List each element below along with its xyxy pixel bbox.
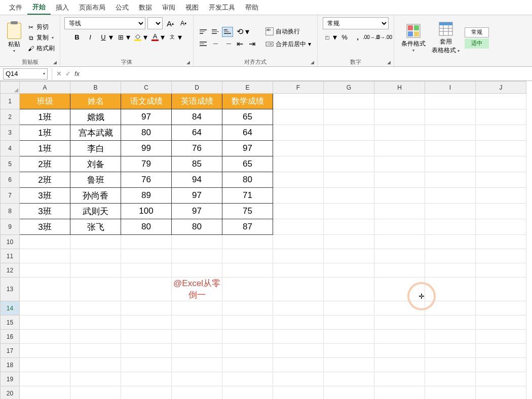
cell-H9[interactable] (374, 219, 425, 235)
cell-A17[interactable] (20, 344, 70, 358)
cell-D15[interactable] (172, 315, 222, 330)
italic-button[interactable]: I (85, 31, 96, 43)
cell-D13[interactable]: @Excel从零倒一 (172, 277, 222, 301)
cell-E19[interactable] (222, 372, 273, 386)
font-dialog-launcher[interactable]: ◢ (186, 60, 192, 65)
cell-A16[interactable] (20, 330, 70, 344)
row-header-3[interactable]: 3 (1, 125, 20, 141)
cell-G19[interactable] (324, 372, 374, 386)
cell-I3[interactable] (425, 125, 476, 141)
cell-F20[interactable] (273, 386, 324, 400)
cell-A11[interactable] (20, 249, 70, 263)
cell-G6[interactable] (324, 172, 374, 188)
cell-H11[interactable] (374, 249, 425, 263)
cell-D17[interactable] (172, 344, 222, 358)
cell-F6[interactable] (273, 172, 324, 188)
cell-E5[interactable]: 65 (222, 156, 273, 172)
cell-G18[interactable] (324, 358, 374, 372)
cell-A14[interactable] (20, 301, 70, 315)
cell-E6[interactable]: 80 (222, 172, 273, 188)
cell-D8[interactable]: 97 (172, 204, 222, 219)
row-header-12[interactable]: 12 (1, 263, 20, 277)
cell-A5[interactable]: 2班 (20, 156, 70, 172)
style-ok[interactable]: 适中 (465, 38, 489, 49)
select-all-corner[interactable] (1, 82, 20, 94)
cell-E17[interactable] (222, 344, 273, 358)
cell-C14[interactable] (121, 301, 172, 315)
cell-C6[interactable]: 76 (121, 172, 172, 188)
cancel-formula-button[interactable]: ✕ (54, 69, 63, 78)
cell-F17[interactable] (273, 344, 324, 358)
border-button[interactable]: ⊞▾ (115, 31, 130, 43)
cell-C2[interactable]: 97 (121, 109, 172, 125)
cell-B14[interactable] (70, 301, 121, 315)
row-header-9[interactable]: 9 (1, 219, 20, 235)
cell-C18[interactable] (121, 358, 172, 372)
formula-input[interactable] (82, 68, 532, 79)
cell-D11[interactable] (172, 249, 222, 263)
cell-E18[interactable] (222, 358, 273, 372)
cell-G4[interactable] (324, 141, 374, 156)
cell-F15[interactable] (273, 315, 324, 330)
cell-I1[interactable] (425, 94, 476, 109)
cell-B4[interactable]: 李白 (70, 141, 121, 156)
cell-B20[interactable] (70, 386, 121, 400)
cell-D18[interactable] (172, 358, 222, 372)
cell-I8[interactable] (425, 204, 476, 219)
cell-G15[interactable] (324, 315, 374, 330)
cell-C8[interactable]: 100 (121, 204, 172, 219)
cell-A15[interactable] (20, 315, 70, 330)
cell-H8[interactable] (374, 204, 425, 219)
cell-I16[interactable] (425, 330, 476, 344)
cell-H19[interactable] (374, 372, 425, 386)
cell-D14[interactable] (172, 301, 222, 315)
cell-G14[interactable] (324, 301, 374, 315)
cell-D3[interactable]: 64 (172, 125, 222, 141)
cell-J18[interactable] (476, 358, 526, 372)
cell-H4[interactable] (374, 141, 425, 156)
cell-I17[interactable] (425, 344, 476, 358)
cell-G2[interactable] (324, 109, 374, 125)
row-header-2[interactable]: 2 (1, 109, 20, 125)
col-header-E[interactable]: E (222, 82, 273, 94)
underline-button[interactable]: U▾ (98, 31, 113, 43)
col-header-F[interactable]: F (273, 82, 324, 94)
cell-I18[interactable] (425, 358, 476, 372)
cell-C13[interactable] (121, 277, 172, 301)
cell-D1[interactable]: 英语成绩 (172, 94, 222, 109)
cell-F19[interactable] (273, 372, 324, 386)
cell-J11[interactable] (476, 249, 526, 263)
cell-I14[interactable] (425, 301, 476, 315)
wrap-text-button[interactable]: ab 自动换行 (263, 26, 313, 37)
cell-D5[interactable]: 85 (172, 156, 222, 172)
increase-decimal-button[interactable]: .00→.0 (365, 31, 376, 43)
cell-C20[interactable] (121, 386, 172, 400)
cell-J10[interactable] (476, 235, 526, 249)
cell-H12[interactable] (374, 263, 425, 277)
cell-I10[interactable] (425, 235, 476, 249)
number-dialog-launcher[interactable]: ◢ (387, 60, 392, 65)
format-painter-button[interactable]: 🖌 格式刷 (26, 44, 56, 53)
menu-formula[interactable]: 公式 (110, 1, 134, 14)
cell-E1[interactable]: 数学成绩 (222, 94, 273, 109)
cell-A7[interactable]: 3班 (20, 188, 70, 204)
cell-J17[interactable] (476, 344, 526, 358)
cell-C15[interactable] (121, 315, 172, 330)
cell-F13[interactable] (273, 277, 324, 301)
cell-C19[interactable] (121, 372, 172, 386)
cell-E10[interactable] (222, 235, 273, 249)
cell-J2[interactable] (476, 109, 526, 125)
cell-B13[interactable] (70, 277, 121, 301)
cell-E14[interactable] (222, 301, 273, 315)
cell-B8[interactable]: 武则天 (70, 204, 121, 219)
font-color-button[interactable]: A▾ (149, 31, 165, 43)
col-header-B[interactable]: B (70, 82, 121, 94)
cell-G5[interactable] (324, 156, 374, 172)
cell-D20[interactable] (172, 386, 222, 400)
row-header-4[interactable]: 4 (1, 141, 20, 156)
cell-style-gallery[interactable]: 常规 适中 (465, 27, 489, 49)
cell-B7[interactable]: 孙尚香 (70, 188, 121, 204)
cell-E4[interactable]: 97 (222, 141, 273, 156)
cell-I15[interactable] (425, 315, 476, 330)
cell-J4[interactable] (476, 141, 526, 156)
